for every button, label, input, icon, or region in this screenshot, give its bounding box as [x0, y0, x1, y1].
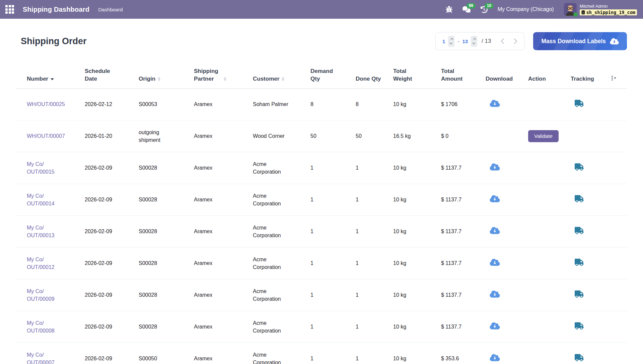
order-number-link[interactable]: WH/OUT/00007: [27, 133, 65, 139]
cell-shipping-partner: Aramex: [194, 343, 253, 364]
cell-origin: S00053: [139, 88, 194, 120]
order-number-link[interactable]: My Co/ OUT/00007: [27, 352, 55, 364]
sort-both-icon: [224, 77, 226, 81]
cell-origin: outgoing shipment: [139, 120, 194, 152]
cell-origin: S00028: [139, 215, 194, 247]
order-number-link[interactable]: My Co/ OUT/00015: [27, 161, 55, 175]
cell-total-weight: 10 kg: [393, 311, 441, 343]
download-cloud-icon[interactable]: [486, 258, 500, 266]
cell-schedule-date: 2026-02-09: [85, 343, 139, 364]
col-header-demand-qty[interactable]: Demand Qty: [310, 58, 356, 88]
cell-customer: Wood Corner: [253, 120, 310, 152]
cell-total-amount: $ 1137.7: [441, 279, 486, 311]
company-switcher[interactable]: My Company (Chicago): [498, 6, 554, 12]
download-cloud-icon[interactable]: [486, 226, 500, 235]
cell-customer: Acme Corporation: [253, 311, 310, 343]
pager-start-input[interactable]: 1: [442, 38, 445, 44]
cell-total-weight: 10 kg: [393, 152, 441, 184]
truck-icon[interactable]: [571, 100, 584, 107]
col-header-shipping-partner[interactable]: Shipping Partner: [194, 58, 253, 88]
cell-shipping-partner: Aramex: [194, 120, 253, 152]
col-header-action: Action: [528, 58, 571, 88]
cell-origin: S00028: [139, 279, 194, 311]
pager-end-input[interactable]: 13: [462, 38, 468, 44]
download-cloud-icon[interactable]: [486, 163, 500, 171]
cell-demand-qty: 50: [310, 120, 356, 152]
cell-total-weight: 10 kg: [393, 279, 441, 311]
database-badge: sh_shipping_19_com: [580, 9, 637, 15]
cell-origin: S00028: [139, 247, 194, 279]
truck-icon[interactable]: [571, 227, 584, 234]
col-header-tracking: Tracking: [571, 58, 611, 88]
menu-item-dashboard[interactable]: Dashboard: [98, 7, 123, 12]
download-cloud-icon[interactable]: [486, 290, 500, 298]
pager-next-icon[interactable]: [514, 38, 517, 44]
activities-clock-icon[interactable]: 10: [481, 6, 488, 13]
download-cloud-icon[interactable]: [486, 354, 500, 362]
app-title[interactable]: Shipping Dashboard: [23, 6, 89, 13]
cell-total-amount: $ 353.6: [441, 343, 486, 364]
col-header-customer[interactable]: Customer: [253, 58, 310, 88]
cell-customer: Acme Corporation: [253, 247, 310, 279]
col-header-done-qty[interactable]: Done Qty: [356, 58, 393, 88]
cell-schedule-date: 2026-02-09: [85, 311, 139, 343]
cell-demand-qty: 1: [310, 343, 356, 364]
order-number-link[interactable]: My Co/ OUT/00012: [27, 257, 55, 270]
cell-demand-qty: 8: [310, 88, 356, 120]
cell-origin: S00028: [139, 152, 194, 184]
cell-schedule-date: 2026-02-09: [85, 247, 139, 279]
cell-demand-qty: 1: [310, 184, 356, 215]
download-cloud-icon[interactable]: [486, 99, 500, 107]
pager-dash: -: [457, 38, 459, 44]
truck-icon[interactable]: [571, 195, 584, 202]
truck-icon[interactable]: [571, 290, 584, 298]
validate-button[interactable]: Validate: [528, 130, 559, 142]
cell-total-amount: $ 0: [441, 120, 486, 152]
col-header-total-weight[interactable]: Total Weight: [393, 58, 441, 88]
cell-done-qty: 1: [356, 279, 393, 311]
messages-icon[interactable]: 99: [462, 6, 471, 13]
col-header-number[interactable]: Number: [16, 58, 85, 88]
cell-total-amount: $ 1137.7: [441, 215, 486, 247]
col-header-options[interactable]: [611, 58, 627, 88]
truck-icon[interactable]: [571, 259, 584, 266]
cell-demand-qty: 1: [310, 152, 356, 184]
order-number-link[interactable]: WH/OUT/00025: [27, 101, 65, 107]
col-header-total-amount[interactable]: Total Amount: [441, 58, 486, 88]
pager-end-stepper[interactable]: [471, 36, 477, 47]
truck-icon[interactable]: [571, 354, 584, 361]
debug-bug-icon[interactable]: [446, 6, 452, 13]
cell-shipping-partner: Aramex: [194, 88, 253, 120]
cell-schedule-date: 2026-01-20: [85, 120, 139, 152]
cell-schedule-date: 2026-02-09: [85, 152, 139, 184]
cell-shipping-partner: Aramex: [194, 279, 253, 311]
order-number-link[interactable]: My Co/ OUT/00008: [27, 320, 55, 334]
truck-icon[interactable]: [571, 163, 584, 171]
cell-schedule-date: 2026-02-09: [85, 184, 139, 215]
mass-download-labels-button[interactable]: Mass Download Labels: [533, 32, 627, 50]
user-menu[interactable]: Mitchell Admin sh_shipping_19_com: [564, 3, 637, 16]
cell-total-amount: $ 1137.7: [441, 152, 486, 184]
col-header-schedule-date[interactable]: Schedule Date: [85, 58, 139, 88]
download-cloud-icon[interactable]: [486, 195, 500, 203]
column-options-icon[interactable]: [611, 75, 617, 81]
col-header-origin[interactable]: Origin: [139, 58, 194, 88]
cell-shipping-partner: Aramex: [194, 184, 253, 215]
cell-demand-qty: 1: [310, 279, 356, 311]
pager-previous-icon[interactable]: [501, 38, 504, 44]
order-number-link[interactable]: My Co/ OUT/00013: [27, 225, 55, 238]
order-number-link[interactable]: My Co/ OUT/00009: [27, 288, 55, 302]
cell-schedule-date: 2026-02-09: [85, 215, 139, 247]
cell-schedule-date: 2026-02-09: [85, 279, 139, 311]
truck-icon[interactable]: [571, 322, 584, 330]
pager: 1 - 13 / 13: [435, 32, 524, 50]
download-cloud-icon[interactable]: [486, 322, 500, 330]
cell-shipping-partner: Aramex: [194, 152, 253, 184]
cell-customer: Acme Corporation: [253, 343, 310, 364]
cloud-download-icon: [610, 38, 619, 45]
pager-start-stepper[interactable]: [448, 36, 454, 47]
order-number-link[interactable]: My Co/ OUT/00014: [27, 193, 55, 206]
avatar[interactable]: [564, 3, 577, 16]
apps-menu-icon[interactable]: [5, 5, 14, 14]
cell-customer: Acme Corporation: [253, 215, 310, 247]
